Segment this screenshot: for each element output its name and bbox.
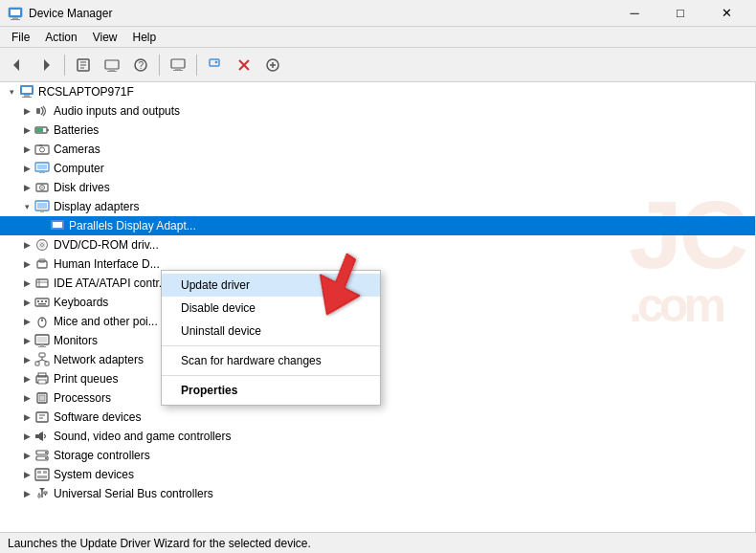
- print-expand[interactable]: ▶: [19, 371, 34, 387]
- maximize-button[interactable]: □: [658, 0, 702, 27]
- ctx-properties[interactable]: Properties: [162, 379, 380, 402]
- human-expand[interactable]: ▶: [19, 256, 34, 272]
- toolbar-forward[interactable]: [33, 52, 59, 78]
- svg-rect-33: [36, 128, 43, 132]
- ctx-sep-1: [162, 345, 380, 346]
- tree-item-dvd[interactable]: ▶ DVD/CD-ROM driv...: [0, 235, 755, 254]
- menu-action[interactable]: Action: [37, 29, 84, 46]
- toolbar-help[interactable]: ?: [127, 52, 154, 78]
- tree-item-usb[interactable]: ▶ Universal Serial Bus controllers: [0, 484, 755, 503]
- title-bar: Device Manager ─ □ ✕: [0, 0, 756, 27]
- svg-point-93: [45, 457, 47, 459]
- mice-expand[interactable]: ▶: [19, 314, 34, 329]
- svg-rect-10: [105, 60, 119, 69]
- toolbar-remove[interactable]: [231, 52, 257, 78]
- network-icon: [34, 352, 50, 367]
- disk-expand[interactable]: ▶: [19, 180, 34, 195]
- toolbar-scan[interactable]: [202, 52, 229, 78]
- system-expand[interactable]: ▶: [19, 467, 34, 482]
- computer-expand[interactable]: ▶: [19, 161, 34, 176]
- menu-file[interactable]: File: [4, 29, 37, 46]
- parallels-label: Parallels Display Adapt...: [69, 219, 196, 232]
- tree-item-parallels[interactable]: Parallels Display Adapt...: [0, 216, 755, 235]
- svg-rect-78: [39, 395, 45, 401]
- status-text: Launches the Update Driver Wizard for th…: [8, 537, 311, 550]
- svg-rect-65: [37, 337, 47, 343]
- ide-expand[interactable]: ▶: [19, 276, 34, 291]
- tree-item-system[interactable]: ▶ System devices: [0, 465, 755, 484]
- ctx-uninstall-device[interactable]: Uninstall device: [162, 320, 380, 343]
- display-expand[interactable]: ▾: [19, 199, 34, 214]
- svg-rect-100: [44, 492, 47, 494]
- storage-label: Storage controllers: [54, 449, 150, 462]
- svg-rect-44: [37, 203, 47, 209]
- storage-expand[interactable]: ▶: [19, 448, 34, 463]
- batteries-expand[interactable]: ▶: [19, 122, 34, 138]
- keyboards-label: Keyboards: [54, 296, 108, 309]
- svg-rect-68: [39, 353, 45, 357]
- system-icon: [34, 467, 50, 482]
- cameras-label: Cameras: [54, 143, 100, 156]
- tree-item-disk[interactable]: ▶ Disk drives: [0, 178, 755, 197]
- tree-item-batteries[interactable]: ▶ Batteries: [0, 121, 755, 140]
- usb-expand[interactable]: ▶: [19, 486, 34, 501]
- cameras-icon: [34, 142, 50, 157]
- audio-expand[interactable]: ▶: [19, 103, 34, 119]
- human-label: Human Interface D...: [54, 257, 160, 271]
- tree-item-cameras[interactable]: ▶ Cameras: [0, 140, 755, 159]
- cameras-expand[interactable]: ▶: [19, 142, 34, 157]
- menu-view[interactable]: View: [85, 29, 125, 46]
- ctx-update-driver[interactable]: Update driver: [162, 274, 380, 297]
- monitors-expand[interactable]: ▶: [19, 333, 34, 348]
- toolbar-back[interactable]: [4, 52, 31, 78]
- tree-root[interactable]: ▾ RCSLAPTOP971F: [0, 82, 755, 101]
- tree-item-computer[interactable]: ▶ Computer: [0, 159, 755, 178]
- svg-marker-4: [13, 59, 19, 71]
- processors-expand[interactable]: ▶: [19, 390, 34, 406]
- dvd-expand[interactable]: ▶: [19, 237, 34, 253]
- tree-item-storage[interactable]: ▶ Storage controllers: [0, 446, 755, 465]
- display-label: Display adapters: [54, 200, 139, 213]
- ide-icon: [34, 276, 50, 291]
- svg-rect-66: [40, 344, 44, 346]
- network-label: Network adapters: [54, 353, 144, 366]
- root-expand[interactable]: ▾: [4, 84, 19, 100]
- sound-expand[interactable]: ▶: [19, 429, 34, 444]
- svg-text:?: ?: [139, 60, 145, 71]
- toolbar-sep-3: [196, 55, 197, 76]
- ctx-disable-device[interactable]: Disable device: [162, 297, 380, 320]
- usb-icon: [34, 486, 50, 501]
- main-area: JC .com ▾ RCSLAPTOP971F ▶: [0, 82, 756, 532]
- svg-rect-38: [37, 165, 47, 169]
- svg-rect-53: [36, 279, 48, 287]
- svg-rect-3: [11, 19, 20, 20]
- toolbar-add[interactable]: [259, 52, 286, 78]
- menu-help[interactable]: Help: [125, 29, 165, 46]
- processors-label: Processors: [54, 391, 111, 405]
- keyboards-expand[interactable]: ▶: [19, 295, 34, 310]
- minimize-button[interactable]: ─: [612, 0, 656, 27]
- svg-marker-5: [44, 59, 50, 71]
- svg-rect-17: [173, 70, 183, 71]
- svg-rect-18: [210, 59, 219, 66]
- dvd-label: DVD/CD-ROM driv...: [54, 238, 159, 252]
- tree-item-software[interactable]: ▶ Software devices: [0, 408, 755, 427]
- dvd-icon: [34, 237, 50, 253]
- svg-rect-15: [171, 59, 185, 68]
- processors-icon: [34, 390, 50, 406]
- toolbar-update[interactable]: [99, 52, 125, 78]
- mice-icon: [34, 314, 50, 329]
- svg-line-73: [42, 360, 47, 362]
- svg-rect-102: [38, 495, 40, 498]
- toolbar-properties[interactable]: [70, 52, 97, 78]
- software-expand[interactable]: ▶: [19, 409, 34, 425]
- network-expand[interactable]: ▶: [19, 352, 34, 367]
- tree-item-sound[interactable]: ▶ Sound, video and game controllers: [0, 427, 755, 446]
- tree-item-display[interactable]: ▾ Display adapters: [0, 197, 755, 216]
- svg-rect-69: [35, 362, 39, 365]
- tree-item-audio[interactable]: ▶ Audio inputs and outputs: [0, 101, 755, 121]
- toolbar-computer[interactable]: [165, 52, 191, 78]
- svg-rect-39: [39, 171, 45, 173]
- close-button[interactable]: ✕: [704, 0, 748, 27]
- ctx-scan[interactable]: Scan for hardware changes: [162, 349, 380, 372]
